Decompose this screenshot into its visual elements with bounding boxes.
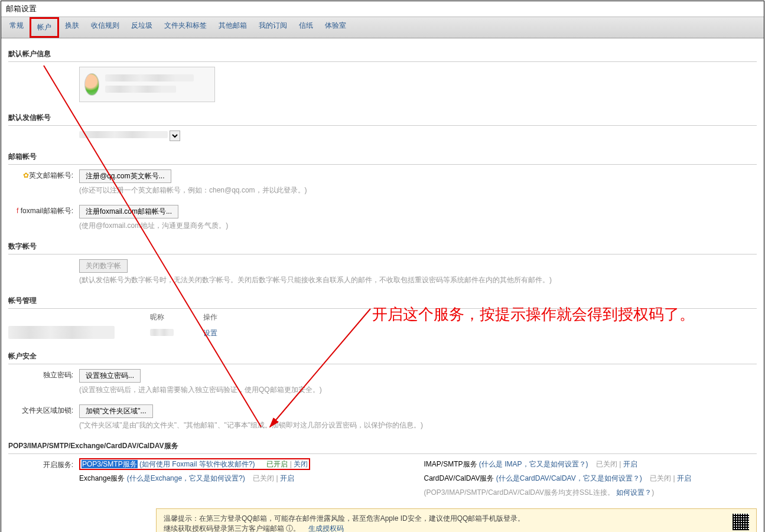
pop3-status: 已开启 (266, 460, 288, 468)
managed-account-redacted (8, 326, 115, 339)
col-ops: 操作 (203, 312, 245, 322)
exchange-open-link[interactable]: 开启 (280, 474, 294, 482)
carddav-service: CardDAV/CalDAV服务 (424, 474, 494, 482)
send-account-select[interactable] (170, 130, 180, 141)
account-name-redacted (105, 74, 194, 81)
section-mail-account: 邮箱帐号 (8, 152, 757, 165)
foxmail-label: foxmail邮箱帐号: (21, 207, 73, 215)
english-mail-hint: (你还可以注册一个英文邮箱帐号，例如：chen@qq.com，并以此登录。) (79, 185, 757, 195)
tab-bar: 常规 帐户 换肤 收信规则 反垃圾 文件夹和标签 其他邮箱 我的订阅 信纸 体验… (1, 17, 764, 38)
folder-lock-label: 文件夹区域加锁: (8, 404, 79, 430)
annotation-text: 开启这个服务，按提示操作就会得到授权码了。 (372, 303, 695, 326)
ssl-howto-link[interactable]: 如何设置？ (616, 488, 652, 497)
carddav-help-link[interactable]: (什么是CardDAV/CalDAV，它又是如何设置？) (496, 474, 642, 482)
pop3-help-link[interactable]: (如何使用 Foxmail 等软件收发邮件?) (139, 460, 255, 468)
tab-general[interactable]: 常规 (4, 17, 30, 38)
section-security: 帐户安全 (8, 351, 757, 364)
tab-lab[interactable]: 体验室 (319, 17, 352, 38)
section-default-account: 默认帐户信息 (8, 49, 757, 62)
tab-skin[interactable]: 换肤 (59, 17, 85, 38)
tip-box: 温馨提示：在第三方登录QQ邮箱，可能存在邮件泄露风险，甚至危害Apple ID安… (156, 508, 757, 532)
avatar-card[interactable] (79, 67, 215, 102)
services-label: 开启服务: (8, 459, 79, 532)
tab-account[interactable]: 帐户 (30, 17, 59, 38)
digital-hint: (默认发信帐号为数字帐号时，无法关闭数字帐号。关闭后数字帐号只能接收来自联系人的… (79, 275, 757, 285)
foxmail-hint: (使用@foxmail.com地址，沟通更显商务气质。) (79, 221, 757, 231)
tab-folders[interactable]: 文件夹和标签 (158, 17, 213, 38)
close-digital-button[interactable]: 关闭数字帐 (79, 259, 128, 273)
register-english-button[interactable]: 注册@qq.com英文帐号... (79, 169, 171, 183)
qr-code-icon (733, 514, 749, 530)
imap-service: IMAP/SMTP服务 (424, 460, 477, 468)
avatar (84, 73, 99, 96)
tab-subscribe[interactable]: 我的订阅 (253, 17, 293, 38)
english-mail-label: 英文邮箱帐号: (29, 171, 73, 179)
folder-lock-hint: ("文件夹区域"是由"我的文件夹"、"其他邮箱"、"记事本"组成。加锁即对这几部… (79, 420, 757, 430)
pop3-smtp-service: POP3/SMTP服务 (82, 460, 138, 468)
exchange-help-link[interactable]: (什么是Exchange，它又是如何设置?) (127, 474, 245, 482)
exchange-status: 已关闭 (253, 474, 274, 482)
tab-spam[interactable]: 反垃圾 (125, 17, 158, 38)
tab-rules[interactable]: 收信规则 (85, 17, 125, 38)
carddav-open-link[interactable]: 开启 (677, 474, 691, 482)
indie-pwd-hint: (设置独立密码后，进入邮箱需要输入独立密码验证，使用QQ邮箱更加安全。) (79, 385, 757, 395)
window-title: 邮箱设置 (1, 1, 764, 17)
manage-settings-link[interactable]: 设置 (203, 329, 217, 337)
tip-text: 温馨提示：在第三方登录QQ邮箱，可能存在邮件泄露风险，甚至危害Apple ID安… (164, 514, 725, 524)
col-nick: 昵称 (150, 312, 191, 322)
tip-text-2: 继续获取授权码登录第三方客户端邮箱 ⓘ。 (164, 524, 300, 532)
account-email-redacted (105, 86, 176, 93)
section-default-send: 默认发信帐号 (8, 113, 757, 126)
register-foxmail-button[interactable]: 注册foxmail.com邮箱帐号... (79, 205, 178, 218)
tab-other-mail[interactable]: 其他邮箱 (213, 17, 253, 38)
set-indie-pwd-button[interactable]: 设置独立密码... (79, 369, 141, 383)
pop3-close-link[interactable]: 关闭 (294, 460, 308, 468)
send-account-redacted (79, 131, 168, 138)
tab-stationery[interactable]: 信纸 (293, 17, 319, 38)
folder-lock-button[interactable]: 加锁"文件夹区域"... (79, 404, 153, 418)
section-digital: 数字帐号 (8, 241, 757, 254)
gen-auth-code-link[interactable]: 生成授权码 (308, 524, 344, 532)
section-services: POP3/IMAP/SMTP/Exchange/CardDAV/CalDAV服务 (8, 441, 757, 454)
carddav-status: 已关闭 (650, 474, 671, 482)
imap-open-link[interactable]: 开启 (623, 460, 637, 468)
imap-help-link[interactable]: (什么是 IMAP，它又是如何设置？) (479, 460, 588, 468)
ssl-note: (POP3/IMAP/SMTP/CardDAV/CalDAV服务均支持SSL连接… (424, 488, 614, 497)
exchange-service: Exchange服务 (79, 474, 125, 482)
indie-pwd-label: 独立密码: (8, 369, 79, 395)
imap-status: 已关闭 (596, 460, 617, 468)
